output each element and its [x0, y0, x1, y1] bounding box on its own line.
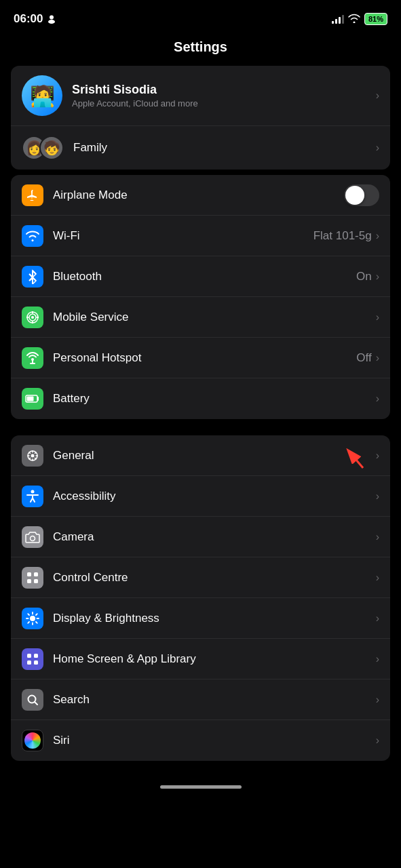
svg-line-33	[35, 702, 37, 705]
battery-chevron: ›	[376, 393, 379, 405]
camera-label: Camera	[53, 530, 94, 544]
control-centre-label: Control Centre	[53, 571, 128, 585]
airplane-mode-icon	[22, 184, 43, 206]
hotspot-chevron: ›	[376, 352, 379, 364]
svg-point-9	[31, 316, 34, 319]
family-content: Family ›	[73, 141, 379, 155]
search-label: Search	[53, 693, 90, 707]
accessibility-icon	[22, 486, 43, 507]
bluetooth-item[interactable]: Bluetooth On ›	[11, 256, 390, 297]
family-label: Family	[73, 141, 107, 155]
display-label: Display & Brightness	[53, 612, 159, 625]
battery-label: Battery	[53, 392, 90, 406]
general-icon	[22, 445, 43, 467]
profile-name: Srishti Sisodia	[72, 83, 375, 97]
general-label: General	[53, 449, 94, 462]
wifi-item[interactable]: Wi-Fi Flat 101-5g ›	[11, 216, 390, 256]
accessibility-content: Accessibility ›	[53, 490, 379, 503]
siri-content: Siri ›	[53, 734, 379, 747]
family-item[interactable]: 👩 🧒 Family ›	[11, 126, 390, 170]
status-icons: 81%	[332, 13, 387, 25]
camera-content: Camera ›	[53, 530, 379, 544]
hotspot-item[interactable]: Personal Hotspot Off ›	[11, 338, 390, 378]
homescreen-content: Home Screen & App Library ›	[53, 652, 379, 666]
system-section: General › Accessibility ›	[11, 435, 390, 761]
search-chevron: ›	[376, 694, 379, 706]
homescreen-chevron: ›	[376, 653, 379, 665]
control-centre-content: Control Centre ›	[53, 571, 379, 585]
wifi-icon	[22, 225, 43, 247]
svg-point-1	[48, 20, 55, 24]
profile-item[interactable]: 🧑‍💻 Srishti Sisodia Apple Account, iClou…	[11, 66, 390, 126]
siri-item[interactable]: Siri ›	[11, 720, 390, 761]
camera-chevron: ›	[376, 531, 379, 543]
hotspot-icon	[22, 347, 43, 369]
camera-item[interactable]: Camera ›	[11, 517, 390, 557]
general-item[interactable]: General ›	[11, 435, 390, 476]
control-centre-icon	[22, 567, 43, 589]
battery-item[interactable]: Battery ›	[11, 378, 390, 419]
svg-rect-23	[27, 572, 31, 576]
bluetooth-chevron: ›	[376, 271, 379, 283]
wifi-chevron: ›	[376, 230, 379, 242]
toggle-knob	[345, 186, 364, 205]
profile-subtitle: Apple Account, iCloud and more	[72, 98, 375, 108]
hotspot-status: Off	[356, 351, 371, 365]
family-avatar-2: 🧒	[39, 136, 64, 160]
airplane-mode-item[interactable]: Airplane Mode	[11, 175, 390, 216]
svg-rect-26	[34, 579, 38, 583]
general-chevron: ›	[376, 450, 379, 462]
svg-point-18	[31, 454, 35, 457]
bluetooth-icon	[22, 266, 43, 288]
accessibility-label: Accessibility	[53, 490, 116, 503]
bluetooth-content: Bluetooth On ›	[53, 270, 379, 283]
wifi-content: Wi-Fi Flat 101-5g ›	[53, 229, 379, 243]
home-indicator	[0, 777, 401, 794]
search-item[interactable]: Search ›	[11, 679, 390, 720]
profile-chevron: ›	[376, 90, 379, 102]
signal-icon	[332, 14, 344, 24]
wifi-label: Wi-Fi	[53, 229, 80, 243]
airplane-mode-content: Airplane Mode	[53, 184, 379, 206]
mobile-service-icon	[22, 307, 43, 328]
svg-point-27	[30, 616, 35, 621]
airplane-mode-toggle[interactable]	[344, 184, 379, 206]
wifi-network-name: Flat 101-5g	[313, 229, 372, 243]
hotspot-right: Off ›	[356, 351, 379, 365]
wifi-status-icon	[348, 14, 360, 25]
profile-info: Srishti Sisodia Apple Account, iCloud an…	[72, 83, 375, 108]
svg-point-21	[31, 490, 35, 493]
mobile-service-label: Mobile Service	[53, 311, 129, 324]
accessibility-chevron: ›	[376, 490, 379, 502]
person-icon	[47, 14, 56, 24]
time-display: 06:00	[14, 12, 43, 26]
svg-rect-16	[27, 397, 34, 401]
bluetooth-status: On	[356, 270, 372, 283]
svg-point-0	[50, 16, 54, 20]
wifi-right: Flat 101-5g ›	[313, 229, 379, 243]
homescreen-label: Home Screen & App Library	[53, 652, 196, 666]
display-chevron: ›	[376, 612, 379, 625]
accessibility-item[interactable]: Accessibility ›	[11, 476, 390, 517]
control-centre-item[interactable]: Control Centre ›	[11, 557, 390, 598]
status-time: 06:00	[14, 12, 56, 26]
control-centre-chevron: ›	[376, 572, 379, 584]
battery-icon	[22, 388, 43, 410]
camera-icon	[22, 526, 43, 548]
profile-section: 🧑‍💻 Srishti Sisodia Apple Account, iClou…	[11, 66, 390, 170]
family-chevron: ›	[376, 142, 379, 154]
svg-rect-24	[34, 572, 38, 576]
homescreen-icon	[22, 648, 43, 670]
family-avatars: 👩 🧒	[22, 136, 64, 160]
siri-label: Siri	[53, 734, 70, 747]
display-content: Display & Brightness ›	[53, 612, 379, 625]
display-item[interactable]: Display & Brightness ›	[11, 598, 390, 639]
status-bar: 06:00 81%	[0, 0, 401, 34]
homescreen-item[interactable]: Home Screen & App Library ›	[11, 639, 390, 679]
svg-point-22	[31, 536, 35, 540]
search-content: Search ›	[53, 693, 379, 707]
siri-icon	[22, 730, 43, 751]
avatar: 🧑‍💻	[22, 75, 62, 116]
mobile-service-item[interactable]: Mobile Service ›	[11, 297, 390, 338]
bluetooth-label: Bluetooth	[53, 270, 102, 283]
